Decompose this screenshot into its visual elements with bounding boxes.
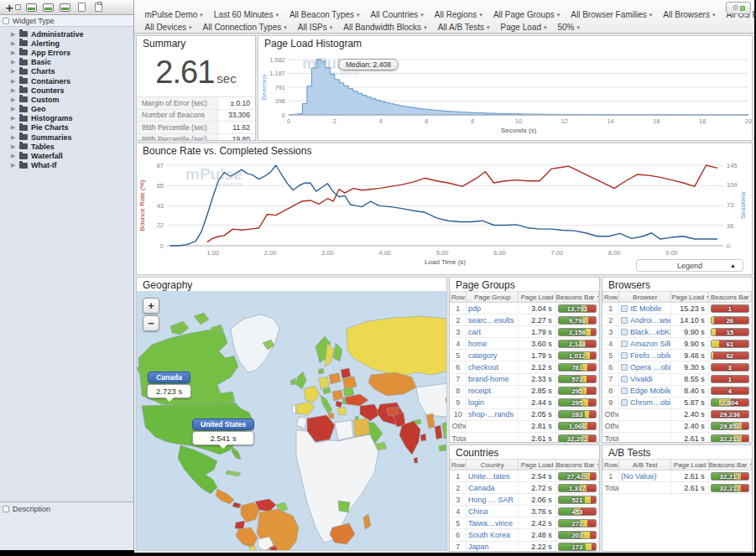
table-link-amazon-silk[interactable]: Amazon Silk [621, 340, 671, 348]
expand-arrow-icon[interactable]: ▶ [11, 31, 16, 38]
table-link-chrom-obile[interactable]: Chrom…obile [621, 398, 671, 407]
table-link-brand-home[interactable]: brand-home [468, 375, 509, 383]
table-link-firefo-obile[interactable]: Firefo…obile [621, 351, 671, 360]
table-link-canada[interactable]: Canada [468, 484, 495, 492]
filter-all-isps[interactable]: All ISPs▾ [292, 23, 338, 32]
column-header-beacons-bar[interactable]: Beacons Bar ▼ [555, 292, 598, 303]
sidebar-item-tables[interactable]: ▶Tables [0, 142, 133, 151]
filter-mpulse-demo[interactable]: mPulse Demo▾ [139, 10, 208, 19]
filter-all-browsers[interactable]: All Browsers▾ [658, 10, 721, 19]
table-link-login[interactable]: login [468, 398, 484, 407]
copy-button[interactable] [75, 2, 88, 13]
column-header-beacons-bar[interactable]: Beacons Bar ▼ [555, 460, 598, 470]
table-link-ie-mobile[interactable]: IE Mobile [621, 304, 662, 313]
column-header-row[interactable]: Row [451, 460, 467, 470]
table-link-checkout[interactable]: checkout [468, 363, 498, 372]
map-zoom-out-button[interactable]: − [143, 315, 159, 331]
column-header-a-b-test[interactable]: A/B Test [619, 460, 671, 470]
table-link-pdp[interactable]: pdp [468, 304, 481, 313]
filter-page-load[interactable]: Page Load▾ [495, 23, 552, 32]
sidebar-item-histograms[interactable]: ▶Histograms [0, 114, 133, 123]
table-link-south-korea[interactable]: South Korea [468, 531, 510, 539]
table-link-black-ebkit[interactable]: Black…ebKit [621, 328, 671, 336]
table-link-china[interactable]: China [468, 507, 488, 516]
column-header-row[interactable]: Row [603, 460, 619, 470]
filter-all-bandwidth-blocks[interactable]: All Bandwidth Blocks▾ [338, 23, 432, 32]
sidebar-item-counters[interactable]: ▶Counters [0, 86, 133, 95]
expand-arrow-icon[interactable]: ▶ [11, 87, 16, 94]
column-header-browser[interactable]: Browser [619, 292, 671, 303]
legend-toggle-button[interactable]: Legend ▲ [636, 259, 743, 272]
add-widget-button[interactable]: ＋ [3, 2, 21, 13]
histogram-chart[interactable]: 03967911,1871,58202468101214161820Second… [258, 49, 752, 140]
sidebar-item-custom[interactable]: ▶Custom [0, 95, 133, 104]
expand-arrow-icon[interactable]: ▶ [11, 124, 16, 131]
table-link-shop-rands[interactable]: shop-…rands [468, 410, 514, 418]
widget-type-header[interactable]: Widget Type [0, 15, 133, 27]
sidebar-item-geo[interactable]: ▶Geo [0, 105, 133, 114]
column-header-beacons-bar[interactable]: Beacons Bar [708, 292, 751, 303]
table-link-japan[interactable]: Japan [468, 543, 489, 551]
dashboard-view-button-2[interactable] [41, 2, 55, 13]
column-header-row[interactable]: Row [451, 292, 467, 303]
filter-all-devices[interactable]: All Devices▾ [139, 23, 197, 32]
column-header-page-load[interactable]: Page Load ▼ [671, 292, 708, 303]
choropleth-map[interactable] [137, 291, 447, 551]
filter-50[interactable]: 50%▾ [552, 23, 586, 32]
filter-all-countries[interactable]: All Countries▾ [365, 10, 429, 19]
paste-button[interactable] [91, 2, 105, 13]
expand-arrow-icon[interactable]: ▶ [11, 96, 16, 103]
table-link-searc-esults[interactable]: searc…esults [468, 316, 514, 325]
table-link-edge-mobile[interactable]: Edge Mobile [621, 387, 671, 395]
expand-arrow-icon[interactable]: ▶ [11, 106, 16, 112]
sidebar-item-containers[interactable]: ▶Containers [0, 76, 133, 86]
column-header-country[interactable]: Country [467, 460, 519, 470]
expand-arrow-icon[interactable]: ▶ [11, 49, 16, 56]
table-link-receipt[interactable]: receipt [468, 387, 491, 395]
table-link-cart[interactable]: cart [468, 328, 481, 336]
sidebar-item-app-errors[interactable]: ▶App Errors [0, 48, 133, 57]
table-link-vivaldi[interactable]: Vivaldi [621, 375, 652, 383]
filter-all-browser-families[interactable]: All Browser Families▾ [566, 10, 658, 19]
table-link-androi-wser[interactable]: Androi…wser [621, 316, 671, 325]
sidebar-item-what-if[interactable]: ▶What-If [0, 161, 133, 170]
map-zoom-in-button[interactable]: + [143, 298, 159, 314]
dashboard-view-button-3[interactable] [58, 2, 71, 13]
bounce-chart[interactable]: 022436587036731091451.002.003.004.005.00… [137, 157, 752, 274]
table-link-opera-obile[interactable]: Opera …obile [621, 363, 671, 372]
table-link-hong-sar[interactable]: Hong … SAR [468, 496, 514, 504]
sidebar-item-waterfall[interactable]: ▶Waterfall [0, 151, 133, 160]
filter-last-60-minutes[interactable]: Last 60 Minutes▾ [208, 10, 284, 19]
sidebar-item-alerting[interactable]: ▶Alerting [0, 39, 133, 48]
expand-arrow-icon[interactable]: ▶ [11, 40, 16, 47]
filter-all-regions[interactable]: All Regions▾ [429, 10, 487, 19]
column-header-row[interactable]: Row [603, 292, 619, 303]
table-link-taiwa-vince[interactable]: Taiwa…vince [468, 519, 513, 527]
column-header-beacons-bar[interactable]: Beacons Bar ▼ [708, 460, 751, 470]
sidebar-item-charts[interactable]: ▶Charts [0, 67, 133, 76]
column-header-page-group[interactable]: Page Group [467, 292, 519, 303]
sidebar-item-administrative[interactable]: ▶Administrative [0, 29, 133, 39]
expand-arrow-icon[interactable]: ▶ [11, 68, 16, 75]
filter-all-connection-types[interactable]: All Connection Types▾ [197, 23, 292, 32]
column-header-page-load[interactable]: Page Load [519, 460, 555, 470]
table-link-home[interactable]: home [468, 340, 487, 348]
settings-button[interactable]: ⚙ [726, 2, 751, 14]
expand-arrow-icon[interactable]: ▶ [11, 59, 16, 65]
expand-arrow-icon[interactable]: ▶ [11, 143, 16, 150]
expand-arrow-icon[interactable]: ▶ [11, 162, 16, 169]
expand-arrow-icon[interactable]: ▶ [11, 153, 16, 159]
sidebar-item-basic[interactable]: ▶Basic [0, 58, 133, 67]
filter-all-beacon-types[interactable]: All Beacon Types▾ [284, 10, 365, 19]
filter-all-page-groups[interactable]: All Page Groups▾ [487, 10, 565, 19]
world-map[interactable]: + − Canada 2.723 s United States 2.541 s [137, 291, 446, 551]
filter-all-a-b-tests[interactable]: All A/B Tests▾ [432, 23, 495, 32]
dashboard-view-button-1[interactable] [24, 2, 38, 13]
table-link-unite-tates[interactable]: Unite…tates [468, 472, 510, 481]
column-header-page-load[interactable]: Page Load [671, 460, 708, 470]
sidebar-item-pie-charts[interactable]: ▶Pie Charts [0, 123, 133, 133]
expand-arrow-icon[interactable]: ▶ [11, 78, 16, 85]
table-link-no-value[interactable]: (No Value) [621, 472, 656, 481]
expand-arrow-icon[interactable]: ▶ [11, 115, 16, 122]
description-header[interactable]: Description [0, 502, 133, 516]
